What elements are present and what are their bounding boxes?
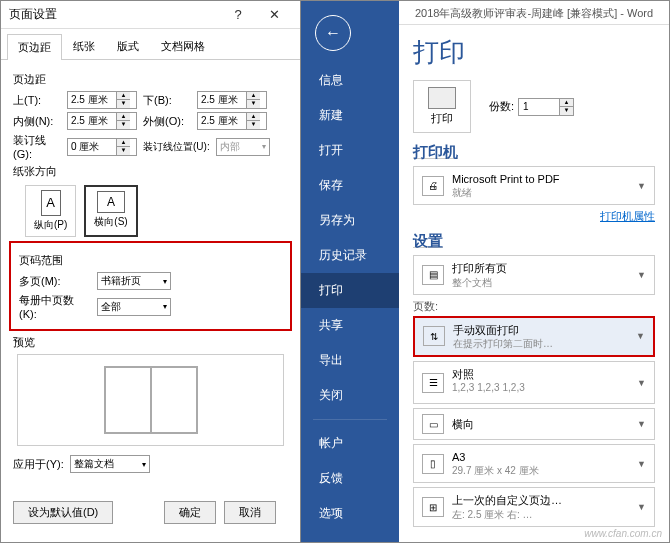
page-range-highlight: 页码范围 多页(M): 书籍折页▾ 每册中页数(K): 全部▾ (9, 241, 292, 331)
gutter-input[interactable]: ▲▼ (67, 138, 137, 156)
top-input[interactable]: ▲▼ (67, 91, 137, 109)
orient-section-label: 纸张方向 (13, 164, 288, 179)
backstage-sidebar: ← 信息 新建 打开 保存 另存为 历史记录 打印 共享 导出 关闭 帐户 反馈… (301, 1, 399, 542)
sidebar-item-options[interactable]: 选项 (301, 496, 399, 531)
watermark: www.cfan.com.cn (584, 528, 662, 539)
margins-select[interactable]: ⊞ 上一次的自定义页边…左: 2.5 厘米 右: … ▼ (413, 487, 655, 526)
ok-button[interactable]: 确定 (164, 501, 216, 524)
collate-select[interactable]: ☰ 对照 1,2,3 1,2,3 1,2,3 ▼ (413, 361, 655, 404)
orientation-icon: ▭ (422, 414, 444, 434)
page-setup-dialog: 页面设置 ? ✕ 页边距 纸张 版式 文档网格 页边距 上(T): ▲▼ 下(B… (1, 1, 301, 542)
applyto-select[interactable]: 整篇文档▾ (70, 455, 150, 473)
inside-label: 内侧(N): (13, 114, 61, 129)
settings-heading: 设置 (413, 232, 655, 251)
close-button[interactable]: ✕ (256, 1, 292, 29)
bottom-input[interactable]: ▲▼ (197, 91, 267, 109)
sheets-select[interactable]: 全部▾ (97, 298, 171, 316)
printer-select[interactable]: 🖨 Microsoft Print to PDF就绪 ▼ (413, 166, 655, 205)
print-range-select[interactable]: ▤ 打印所有页整个文档 ▼ (413, 255, 655, 294)
pages-icon: ▤ (422, 265, 444, 285)
multipage-label: 多页(M): (19, 274, 91, 289)
paper-icon: ▯ (422, 454, 444, 474)
paper-size-select[interactable]: ▯ A329.7 厘米 x 42 厘米 ▼ (413, 444, 655, 483)
gutter-pos-label: 装订线位置(U): (143, 140, 210, 154)
printer-icon (428, 87, 456, 109)
outside-label: 外侧(O): (143, 114, 191, 129)
dialog-titlebar: 页面设置 ? ✕ (1, 1, 300, 29)
print-panel: 2018年高级教师评审表-周建峰 [兼容模式] - Word 打印 打印 份数:… (399, 1, 669, 542)
top-label: 上(T): (13, 93, 61, 108)
print-heading: 打印 (413, 35, 655, 70)
sidebar-item-print[interactable]: 打印 (301, 273, 399, 308)
margins-section-label: 页边距 (13, 72, 288, 87)
applyto-label: 应用于(Y): (13, 457, 64, 472)
margins-icon: ⊞ (422, 497, 444, 517)
printer-heading: 打印机 (413, 143, 655, 162)
sidebar-item-export[interactable]: 导出 (301, 343, 399, 378)
dialog-title: 页面设置 (9, 6, 220, 23)
tab-layout[interactable]: 版式 (106, 33, 150, 59)
inside-input[interactable]: ▲▼ (67, 112, 137, 130)
landscape-icon: A (97, 191, 125, 213)
duplex-select[interactable]: ⇅ 手动双面打印在提示打印第二面时… ▼ (413, 316, 655, 357)
preview-area (17, 354, 284, 446)
outside-input[interactable]: ▲▼ (197, 112, 267, 130)
range-section-label: 页码范围 (19, 253, 282, 268)
landscape-option[interactable]: A 横向(S) (84, 185, 137, 237)
set-default-button[interactable]: 设为默认值(D) (13, 501, 113, 524)
preview-label: 预览 (13, 335, 288, 350)
tab-grid[interactable]: 文档网格 (150, 33, 216, 59)
portrait-option[interactable]: A 纵向(P) (25, 185, 76, 237)
sidebar-item-saveas[interactable]: 另存为 (301, 203, 399, 238)
tabs: 页边距 纸张 版式 文档网格 (1, 29, 300, 60)
sidebar-item-feedback[interactable]: 反馈 (301, 461, 399, 496)
copies-label: 份数: (489, 99, 514, 114)
print-button[interactable]: 打印 (413, 80, 471, 133)
bottom-label: 下(B): (143, 93, 191, 108)
tab-margins[interactable]: 页边距 (7, 34, 62, 60)
gutter-pos-select: 内部▾ (216, 138, 270, 156)
sidebar-item-new[interactable]: 新建 (301, 98, 399, 133)
sidebar-item-save[interactable]: 保存 (301, 168, 399, 203)
sidebar-item-close[interactable]: 关闭 (301, 378, 399, 413)
sidebar-item-open[interactable]: 打开 (301, 133, 399, 168)
duplex-icon: ⇅ (423, 326, 445, 346)
tab-paper[interactable]: 纸张 (62, 33, 106, 59)
multipage-select[interactable]: 书籍折页▾ (97, 272, 171, 290)
orientation-select[interactable]: ▭ 横向 ▼ (413, 408, 655, 440)
sidebar-item-info[interactable]: 信息 (301, 63, 399, 98)
back-button[interactable]: ← (315, 15, 351, 51)
cancel-button[interactable]: 取消 (224, 501, 276, 524)
app-title: 2018年高级教师评审表-周建峰 [兼容模式] - Word (399, 1, 669, 25)
copies-input[interactable]: ▲▼ (518, 98, 574, 116)
collate-icon: ☰ (422, 373, 444, 393)
sidebar-item-account[interactable]: 帐户 (301, 426, 399, 461)
help-button[interactable]: ? (220, 1, 256, 29)
gutter-label: 装订线(G): (13, 133, 61, 160)
printer-properties-link[interactable]: 打印机属性 (600, 210, 655, 222)
sidebar-item-share[interactable]: 共享 (301, 308, 399, 343)
portrait-icon: A (41, 190, 61, 216)
sheets-label: 每册中页数(K): (19, 293, 91, 320)
pages-label: 页数: (413, 299, 655, 314)
sidebar-item-history[interactable]: 历史记录 (301, 238, 399, 273)
printer-device-icon: 🖨 (422, 176, 444, 196)
